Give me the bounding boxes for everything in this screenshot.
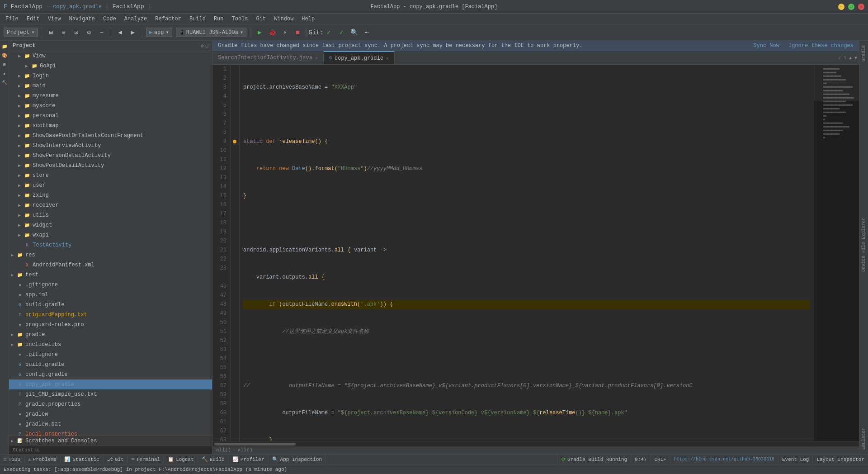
menu-analyze[interactable]: Analyze [121,15,151,23]
toolbar-check-btn[interactable]: ✓ [323,27,334,38]
tree-item-gradle-folder[interactable]: ▶ 📁 gradle [9,330,212,340]
tree-item-scottmap[interactable]: ▶ 📁 scottmap [9,121,212,131]
toolbar-debug-btn[interactable]: 🐞 [267,27,278,38]
tree-item-appiml[interactable]: ● app.iml [9,290,212,300]
project-header-icons[interactable]: ⚙ ⊟ [201,43,208,49]
tree-item-showbase[interactable]: ▶ 📁 ShowBasePostOrTalentsCountFragment [9,131,212,141]
tree-item-showinterview[interactable]: ▶ 📁 ShowInterviewActivity [9,141,212,151]
project-tree[interactable]: ▶ 📁 View ▶ 📁 GoApi ▶ 📁 login ▶ 📁 [9,51,212,436]
tree-item-buildgradle1[interactable]: G build.gradle [9,300,212,310]
terminal-button[interactable]: ⌨ Terminal [128,455,164,465]
sync-now-button[interactable]: Sync Now [753,43,779,49]
h-scrollbar[interactable] [212,441,859,446]
logcat-button[interactable]: 📋 Logcat [164,455,198,465]
tab-copyapk[interactable]: G copy_apk.gradle ✕ [324,51,395,64]
toolbar-attach-btn[interactable]: ⚡ [279,27,290,38]
run-config-selector[interactable]: ▶ app ▾ [146,28,172,37]
scroll-thumb[interactable] [214,443,296,446]
tab-searchintention[interactable]: SearchIntentionIActivity.java ✕ [212,51,324,64]
tab-close-search[interactable]: ✕ [315,55,318,61]
gradle-tab[interactable]: Gradle [860,43,868,64]
tree-item-view[interactable]: ▶ 📁 View [9,51,212,61]
toolbar-back-btn[interactable]: ◀ [115,27,126,38]
code-area[interactable]: project.archivesBaseName = "XXXApp" stat… [240,65,814,441]
tree-item-main[interactable]: ▶ 📁 main [9,81,212,91]
tree-item-zxing[interactable]: ▶ 📁 zxing [9,190,212,200]
tree-item-myresume[interactable]: ▶ 📁 myresume [9,91,212,101]
tree-item-proguardmapping[interactable]: T priguardMapping.txt [9,310,212,320]
tree-item-myscore[interactable]: ▶ 📁 myscore [9,101,212,111]
profiler-button[interactable]: 📈 Profiler [229,455,269,465]
menu-build[interactable]: Build [186,15,209,23]
tree-item-copyapkgradle[interactable]: G copy_apk.gradle [9,379,212,389]
toolbar-btn-minus[interactable]: − [96,27,107,38]
menu-navigate[interactable]: Navigate [65,15,99,23]
close-button[interactable]: ✕ [858,4,864,10]
tree-item-gradlewbat[interactable]: ● gradlew.bat [9,419,212,429]
tree-item-gitcmd[interactable]: T git_CMD_simple_use.txt [9,389,212,399]
tree-item-wxapi[interactable]: ▶ 📁 wxapi [9,230,212,240]
tree-item-proguardrules[interactable]: ● proguard-rules.pro [9,320,212,330]
menu-refactor[interactable]: Refactor [151,15,185,23]
tree-item-showpost[interactable]: ▶ 📁 ShowPostDetailActivity [9,161,212,171]
statistic-button[interactable]: 📊 Statistic [61,455,103,465]
menu-run[interactable]: Run [210,15,227,23]
sidebar-project-icon[interactable]: 📁 [0,43,9,51]
build-button[interactable]: 🔨 Build [198,455,229,465]
tree-item-gitignore1[interactable]: ● .gitignore [9,280,212,290]
menu-edit[interactable]: Edit [23,15,43,23]
tree-item-includelibs[interactable]: ▶ 📁 includelibs [9,340,212,350]
project-gear-icon[interactable]: ⚙ [201,43,204,49]
encoding-display[interactable]: CRLF [651,455,670,465]
maximize-button[interactable]: □ [848,4,854,10]
device-file-explorer-tab[interactable]: Device File Explorer [860,215,868,275]
sidebar-favorites-icon[interactable]: ★ [0,70,9,78]
tree-item-gitignore2[interactable]: ● .gitignore [9,350,212,360]
tree-item-gradleprops[interactable]: P gradle.properties [9,399,212,409]
emulator-tab[interactable]: Emulator [860,425,868,452]
project-collapse-icon[interactable]: ⊟ [205,43,208,49]
toolbar-check2-btn[interactable]: ✓ [336,27,347,38]
tree-item-manifest[interactable]: X AndroidManifest.xml [9,260,212,270]
title-bar-controls[interactable]: ─ □ ✕ [838,4,864,10]
toolbar-btn-layout[interactable]: ⊞ [46,27,57,38]
tree-item-widget[interactable]: ▶ 📁 widget [9,220,212,230]
toolbar-stop-btn[interactable]: ■ [292,27,303,38]
toolbar-btn-filter[interactable]: ⊡ [71,27,82,38]
menu-tools[interactable]: Tools [228,15,252,23]
menu-file[interactable]: File [2,15,22,23]
toolbar-more-btn[interactable]: ⋯ [361,27,372,38]
tree-item-personal[interactable]: ▶ 📁 personal [9,111,212,121]
device-selector[interactable]: 📱 HUAWEI JSN-AL00a ▾ [176,28,246,37]
sidebar-buildvariants-icon[interactable]: 🔨 [0,79,9,87]
problems-button[interactable]: ⚠ Problems [24,455,61,465]
menu-view[interactable]: View [44,15,65,23]
ignore-button[interactable]: Ignore these changes [788,43,854,49]
tree-item-receiver[interactable]: ▶ 📁 receiver [9,200,212,210]
tree-item-testactivity[interactable]: K TestActivity [9,240,212,250]
tree-item-store[interactable]: ▶ 📁 store [9,171,212,180]
notification-actions[interactable]: Sync Now Ignore these changes [746,43,854,49]
tree-item-configgradle[interactable]: G config.gradle [9,370,212,379]
tree-item-utils[interactable]: ▶ 📁 utils [9,210,212,220]
toolbar-git-btn[interactable]: Git: [311,27,321,38]
tree-item-test[interactable]: ▶ 📁 test [9,270,212,280]
tree-item-goapi[interactable]: ▶ 📁 GoApi [9,61,212,71]
toolbar-btn-settings[interactable]: ⚙ [84,27,94,38]
todo-button[interactable]: ☑ TODO [0,455,24,465]
menu-window[interactable]: Window [270,15,297,23]
tree-item-user[interactable]: ▶ 📁 user [9,180,212,190]
tree-item-gradlew[interactable]: ● gradlew [9,409,212,419]
tree-item-res[interactable]: ▶ 📁 res [9,250,212,260]
tree-item-buildgradle2[interactable]: G build.gradle [9,360,212,370]
project-selector[interactable]: Project ▾ [4,28,38,37]
tree-item-login[interactable]: ▶ 📁 login [9,71,212,81]
tree-item-scratches[interactable]: ▶ 📝 Scratches and Consoles [9,436,212,446]
toolbar-search-btn[interactable]: 🔍 [349,27,359,38]
menu-help[interactable]: Help [298,15,318,23]
tab-nav[interactable]: ✓ 1 ▲ ▼ [836,55,859,61]
tree-item-localprops[interactable]: P local.properties [9,429,212,436]
toolbar-forward-btn[interactable]: ▶ [127,27,138,38]
app-inspection-button[interactable]: 🔍 App Inspection [269,455,326,465]
event-log-button[interactable]: Event Log [778,455,812,465]
